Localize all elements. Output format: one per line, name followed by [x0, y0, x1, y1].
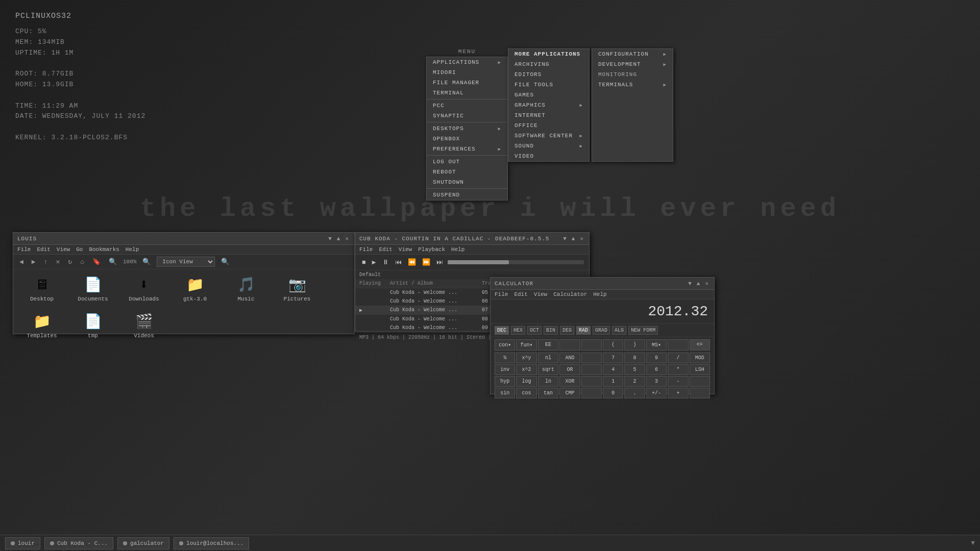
btn-inv[interactable]: inv	[495, 364, 515, 375]
btn-con[interactable]: con▾	[495, 339, 515, 350]
zoom-in-button[interactable]: 🔍	[140, 257, 153, 267]
home-button[interactable]: ⌂	[78, 257, 86, 267]
btn-divide[interactable]: /	[668, 353, 688, 363]
menu-synaptic[interactable]: SYNAPTIC	[427, 111, 507, 121]
btn-sqrt[interactable]: sqrt	[538, 364, 558, 375]
btn-plusminus[interactable]: +/-	[646, 388, 667, 398]
taskbar-item-terminal[interactable]: louir@localhos...	[174, 537, 249, 549]
progress-bar[interactable]	[448, 260, 584, 264]
btn-6[interactable]: 6	[646, 364, 667, 375]
submenu-internet[interactable]: INTERNET	[508, 110, 589, 120]
btn-ln[interactable]: ln	[538, 376, 558, 387]
calc-maximize-button[interactable]: ▲	[695, 280, 702, 287]
back-button[interactable]: ◀	[17, 257, 26, 267]
up-button[interactable]: ↑	[42, 257, 50, 267]
btn-minus[interactable]: -	[668, 376, 688, 387]
icon-music[interactable]: 🎵 Music	[226, 276, 266, 302]
submenu-graphics[interactable]: GRAPHICS ▶	[508, 100, 589, 110]
mode-oct[interactable]: OCT	[527, 326, 542, 335]
submenu-monitoring[interactable]: MONITORING	[592, 69, 673, 80]
menu-bookmarks[interactable]: Bookmarks	[89, 246, 119, 253]
btn-lsh[interactable]: LSH	[690, 364, 710, 375]
btn-and[interactable]: AND	[559, 353, 580, 363]
taskbar-item-louir[interactable]: louir	[5, 537, 40, 549]
menu-suspend[interactable]: SUSPEND	[427, 190, 507, 200]
menu-midori[interactable]: MIDORI	[427, 67, 507, 78]
btn-close-paren[interactable]: )	[624, 339, 645, 350]
rewind-button[interactable]: ⏪	[406, 258, 418, 267]
icon-videos[interactable]: 🎬 Videos	[124, 312, 164, 339]
maximize-button[interactable]: ▲	[335, 235, 342, 242]
view-select[interactable]: Icon View List View Compact View	[157, 257, 215, 267]
menu-go[interactable]: Go	[76, 246, 83, 253]
minimize-button[interactable]: ▼	[327, 235, 333, 242]
icon-downloads[interactable]: ⬇ Downloads	[124, 276, 164, 302]
next-button[interactable]: ⏭	[435, 258, 445, 267]
taskbar-item-cub-koda[interactable]: Cub Koda - C...	[44, 537, 113, 549]
prev-button[interactable]: ⏮	[394, 258, 403, 267]
btn-ms[interactable]: MS▾	[646, 339, 667, 350]
mode-bin[interactable]: BIN	[544, 326, 558, 335]
btn-multiply[interactable]: *	[668, 364, 688, 375]
btn-7[interactable]: 7	[603, 353, 623, 363]
player-menu-playback[interactable]: Playback	[418, 246, 445, 253]
search-button[interactable]: 🔍	[219, 257, 231, 267]
btn-or[interactable]: OR	[559, 364, 580, 375]
btn-mod[interactable]: MOD	[690, 353, 710, 363]
menu-pcc[interactable]: PCC	[427, 101, 507, 111]
icon-gtk[interactable]: 📁 gtk-3.0	[175, 276, 215, 302]
btn-cos[interactable]: cos	[516, 388, 536, 398]
submenu-office[interactable]: OFFICE	[508, 120, 589, 131]
submenu-video[interactable]: VIDEO	[508, 151, 589, 161]
player-maximize-button[interactable]: ▲	[570, 235, 577, 242]
forward-button[interactable]: ▶	[30, 257, 38, 267]
btn-hyp[interactable]: hyp	[495, 376, 515, 387]
btn-percent[interactable]: %	[495, 353, 515, 363]
btn-3[interactable]: 3	[646, 376, 667, 387]
menu-view[interactable]: View	[57, 246, 70, 253]
btn-1[interactable]: 1	[603, 376, 623, 387]
mode-dec[interactable]: DEC	[495, 326, 509, 335]
mode-new-form[interactable]: NEW FORM	[628, 326, 658, 335]
btn-8[interactable]: 8	[624, 353, 645, 363]
submenu-archiving[interactable]: ARCHIVING	[508, 59, 589, 69]
menu-terminal[interactable]: TERMINAL	[427, 88, 507, 98]
menu-file[interactable]: File	[17, 246, 31, 253]
btn-nl[interactable]: nl	[538, 353, 558, 363]
submenu-development[interactable]: DEVELOPMENT ▶	[592, 59, 673, 69]
icon-pictures[interactable]: 📷 Pictures	[277, 276, 317, 302]
submenu-games[interactable]: GAMES	[508, 90, 589, 100]
icon-templates[interactable]: 📁 Templates	[21, 312, 62, 339]
menu-shutdown[interactable]: SHUTDOWN	[427, 177, 507, 187]
taskbar-item-calculator[interactable]: galculator	[117, 537, 169, 549]
mode-rad[interactable]: RAD	[576, 326, 591, 335]
btn-cmp[interactable]: CMP	[559, 388, 580, 398]
mode-alg[interactable]: ALG	[612, 326, 626, 335]
calc-close-button[interactable]: ✕	[703, 280, 710, 287]
player-close-button[interactable]: ✕	[578, 235, 585, 242]
calc-menu-view[interactable]: View	[534, 291, 547, 297]
reload-button[interactable]: ↻	[66, 257, 74, 267]
submenu-file-tools[interactable]: FILE TOOLS	[508, 80, 589, 90]
menu-file-manager[interactable]: FILE MANAGER	[427, 78, 507, 88]
icon-tmp[interactable]: 📄 tmp	[72, 312, 113, 339]
player-menu-view[interactable]: View	[399, 246, 412, 253]
stop-button[interactable]: ✕	[54, 257, 62, 267]
btn-dot[interactable]: .	[624, 388, 645, 398]
btn-ee[interactable]: EE	[538, 339, 558, 350]
btn-9[interactable]: 9	[646, 353, 667, 363]
btn-2[interactable]: 2	[624, 376, 645, 387]
play-button[interactable]: ▶	[371, 258, 378, 267]
btn-xpowy[interactable]: x^y	[516, 353, 536, 363]
calc-menu-edit[interactable]: Edit	[514, 291, 527, 297]
calc-menu-file[interactable]: File	[495, 291, 508, 297]
btn-open-paren[interactable]: (	[603, 339, 623, 350]
menu-reboot[interactable]: REBOOT	[427, 167, 507, 177]
calc-minimize-button[interactable]: ▼	[687, 280, 693, 287]
submenu-software-center[interactable]: SOFTWARE CENTER ▶	[508, 131, 589, 141]
menu-help[interactable]: Help	[126, 246, 139, 253]
menu-applications[interactable]: APPLICATIONS ▶ MORE APPLICATIONS ARCHIVI…	[427, 57, 507, 67]
player-menu-help[interactable]: Help	[451, 246, 464, 253]
menu-logout[interactable]: LOG OUT	[427, 157, 507, 167]
calc-menu-help[interactable]: Help	[593, 291, 606, 297]
